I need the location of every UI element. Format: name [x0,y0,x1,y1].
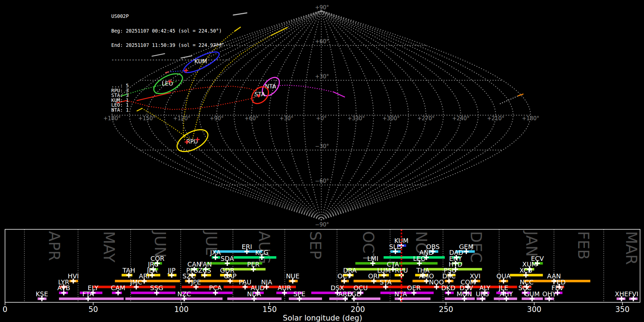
month-label-AUG: AUG [255,231,273,264]
lon-label: +30° [279,115,293,122]
shower-label-NZC: NZC [177,290,191,298]
shower-label-KSE: KSE [36,290,48,298]
shower-label-PCA: PCA [209,284,222,292]
count-line-KUM: KUM: 1 [111,98,230,103]
shower-label-AUR: AUR [278,284,291,292]
shower-label-ORI: ORI [368,272,380,280]
lat-label: −60° [315,178,329,184]
month-label-APR: APR [45,231,63,261]
shower-label-ZCS: ZCS [198,267,211,274]
x-axis-title: Solar longitude (deg) [283,314,362,322]
shower-label-QUA: QUA [497,272,511,280]
lon-label: +0° [316,115,327,122]
count-line-STA: STA: 3 [111,93,230,98]
shower-label-FVI: FVI [628,290,638,298]
shower-label-MON: MON [457,290,472,298]
nta-meteor-1-track [271,85,333,92]
shower-label-LEO: LEO [413,255,426,262]
x-tick-label-100: 100 [174,305,189,314]
sporadic-3-trail [233,13,247,15]
lon-label: +270° [417,115,435,122]
shower-label-AHY: AHY [500,290,513,298]
count-line-dotdotdot: ...: 5 [111,83,230,88]
month-label-MAR: MAR [623,231,640,265]
shower-label-CAM: CAM [111,284,125,292]
shower-label-AVB: AVB [57,284,70,292]
shower-label-LMI: LMI [367,255,379,262]
shower-label-HVI: HVI [68,272,79,280]
lat-label: +30° [315,73,329,80]
lon-label: +240° [452,115,470,122]
month-label-JUN: JUN [151,230,169,258]
shower-label-URS: URS [476,290,489,298]
x-tick-label-0: 0 [3,305,7,314]
session-end: End: 20251107 11:50:39 (sol = 224.97°) [111,43,230,48]
separator-line: ----------------------------------------… [111,58,230,63]
shower-bar-NZC [125,298,223,300]
shower-label-SPE: SPE [293,290,306,298]
shower-label-CAP: CAP [224,272,236,280]
lat-label: −90° [315,221,329,228]
plot-canvas: +180°+150°+120°+90°+60°+30°+0°+330°+300°… [0,0,644,322]
shower-bar-CAP [199,280,244,282]
shower-bar-KCG [234,256,276,259]
shower-label-JIP: JIP [167,267,176,274]
count-line-LEO: LEO: 1 [111,103,230,108]
lon-label: +330° [347,115,365,122]
shower-bar-FTA [59,298,124,300]
station-id: US002P [111,14,230,19]
shower-label-JMC: JMC [130,278,142,286]
shower-label-XCB: XCB [519,267,532,274]
shower-bar-OER [380,292,434,294]
lat-label: −30° [315,143,329,150]
x-tick-label-150: 150 [263,305,277,314]
session-begin: Beg: 20251107 00:42:45 (sol = 224.50°) [111,29,230,34]
radiant-label-STA: STA [254,91,265,98]
shower-count-list: ...: 5RPU: 3STA: 3KUM: 1LEO: 1NTA: 1 [111,83,230,112]
shower-label-SSG: SSG [150,284,164,292]
shower-label-PAU: PAU [239,278,251,286]
shower-label-PER: PER [247,260,260,268]
shower-label-NDA: NDA [247,290,262,298]
nta-meteor-1-trail [333,92,345,97]
shower-label-RPU: RPU [395,267,408,274]
sporadic-4-trail [518,94,523,96]
x-tick-label-350: 350 [615,305,630,314]
lat-label: +90° [315,4,329,11]
shower-label-TAH: TAH [122,267,135,274]
shower-label-EGE: EGE [347,290,361,298]
count-line-RPU: RPU: 3 [111,88,230,93]
shower-label-STA: STA [380,278,392,286]
shower-label-XHE: XHE [615,290,628,298]
session-info-panel: US002P Beg: 20251107 00:42:45 (sol = 224… [111,4,230,122]
rpu-meteor-2-trail [235,27,240,31]
shower-bar-EGE [352,298,380,300]
month-label-JAN: JAN [523,230,540,257]
shower-label-FTA: FTA [82,290,94,298]
lon-label: +180° [522,115,540,122]
x-tick-label-200: 200 [351,305,365,314]
shower-bar-ARI [115,280,180,282]
month-label-SEP: SEP [307,231,324,259]
shower-label-SDA: SDA [221,255,234,262]
shower-label-KCG: KCG [255,249,268,256]
shower-bar-SSG [131,292,175,294]
shower-bar-SPE [289,298,322,300]
x-tick-label-250: 250 [439,305,453,314]
shower-label-ERI: ERI [241,243,252,250]
shower-label-NUE: NUE [286,272,299,280]
count-line-NTA: NTA: 1 [111,108,230,113]
shower-label-OCT: OCT [337,272,351,280]
shower-bar-ORI [353,280,401,282]
shower-label-JPE: JPE [191,278,201,286]
radiant-label-NTA: NTA [265,83,276,90]
activity-timeline: APRMAYJUNJULAUGSEPOCTNOVDECJANFEBMARKUME… [3,229,640,322]
meteor-radiant-screen: +180°+150°+120°+90°+60°+30°+0°+330°+300°… [0,0,644,322]
lat-label: +60° [315,38,329,45]
shower-label-OER: OER [407,284,421,292]
shower-label-GUM: GUM [525,290,540,298]
lon-label: +300° [382,115,400,122]
x-tick-label-300: 300 [527,305,541,314]
sporadic-4-track [500,96,518,104]
lon-label: +210° [487,115,504,122]
